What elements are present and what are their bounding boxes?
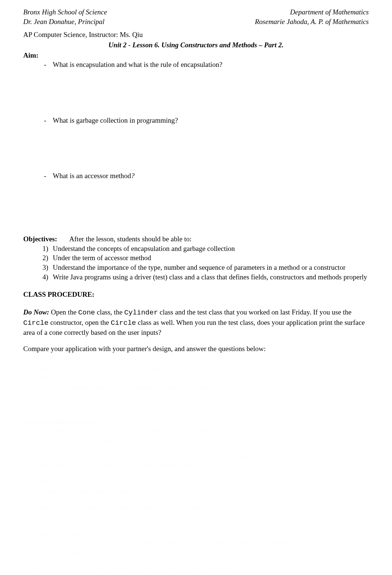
header-school: Bronx High School of Science [23,7,107,17]
aim-text: What is encapsulation and what is the ru… [53,60,223,69]
aim-text: What is an accessor method? [53,171,135,181]
objective-text: Write Java programs using a driver (test… [53,272,367,282]
do-now-paragraph: Do Now: Open the Cone class, the Cylinde… [23,307,369,337]
aim-item: - What is encapsulation and what is the … [23,60,369,69]
objectives-line: Objectives: After the lesson, students s… [23,234,369,244]
instructor-line: AP Computer Science, Instructor: Ms. Qiu [23,30,369,40]
header-principal: Dr. Jean Donahue, Principal [23,17,104,27]
lesson-title: Unit 2 - Lesson 6. Using Constructors an… [23,40,369,50]
bullet-dash: - [44,171,53,181]
aim-label: Aim: [23,51,369,60]
objective-text: Understand the importance of the type, n… [53,263,345,272]
header-department: Department of Mathematics [275,7,369,17]
understanding-questions-title: Understanding Questions: [23,416,369,426]
header-ap: Rosemarie Jahoda, A. P. of Mathematics [240,17,369,27]
aim-item: - What is garbage collection in programm… [23,116,369,125]
do-now-label: Do Now: [23,308,49,316]
compare-paragraph: Compare your application with your partn… [23,344,369,354]
objective-text: Understand the concepts of encapsulation… [53,244,235,254]
aim-text: What is garbage collection in programmin… [53,116,178,125]
objective-text: Under the term of accessor method [53,253,151,263]
objective-number: 4) [42,272,53,282]
objective-number: 2) [42,253,53,263]
objective-number: 3) [42,263,53,272]
class-procedure-heading: CLASS PROCEDURE: [23,290,369,299]
bullet-dash: - [44,60,53,69]
objective-item: 3) Understand the importance of the type… [23,263,369,272]
bullet-dash: - [44,116,53,125]
question-6: 6. What is an accessor (getter) method? … [23,563,369,573]
objective-item: 1) Understand the concepts of encapsulat… [23,244,369,254]
hidden-questions-list: 1.What fields do you define for the Cone… [23,354,369,573]
objective-item: 2) Under the term of accessor method [23,253,369,263]
objective-item: 4) Write Java programs using a driver (t… [23,272,369,282]
aim-item: - What is an accessor method? [23,171,369,181]
objectives-after: After the lesson, students should be abl… [69,235,192,243]
objective-number: 1) [42,244,53,254]
objectives-label: Objectives: [23,235,57,243]
